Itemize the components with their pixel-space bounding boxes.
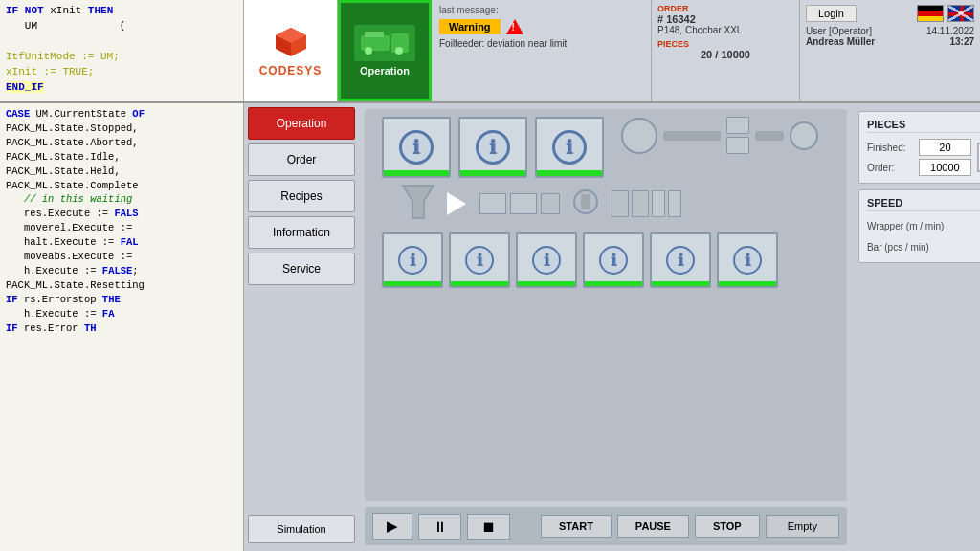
svg-point-5 bbox=[365, 47, 372, 55]
wrapper-label: Wrapper (m / min) bbox=[867, 221, 944, 231]
german-flag[interactable] bbox=[917, 5, 944, 22]
pieces-section-label: PIECES bbox=[657, 39, 793, 49]
nav-service[interactable]: Service bbox=[248, 253, 355, 285]
production-label: Operation bbox=[360, 65, 410, 77]
date-display: 14.11.2022 bbox=[926, 26, 974, 36]
codesys-label: CODESYS bbox=[259, 64, 323, 77]
order-section-label: ORDER bbox=[657, 4, 742, 13]
svg-rect-10 bbox=[581, 194, 590, 209]
empty-button[interactable]: Empty bbox=[766, 515, 839, 538]
module-box-6[interactable]: ℹ bbox=[516, 232, 577, 288]
play-button[interactable]: ▶ bbox=[372, 513, 412, 540]
center-panel: ℹ ℹ ℹ bbox=[359, 103, 853, 551]
pieces-value: 20 / 10000 bbox=[657, 49, 793, 60]
svg-rect-7 bbox=[365, 32, 384, 37]
finished-input[interactable] bbox=[919, 139, 971, 156]
nav-order[interactable]: Order bbox=[248, 143, 355, 176]
controls-bar: ▶ ⏸ ⏹ START PAUSE STOP Empty bbox=[365, 507, 847, 545]
nav-recipes[interactable]: Recipes bbox=[248, 180, 355, 212]
stop-label-button[interactable]: STOP bbox=[695, 515, 760, 538]
machine-visualization: ℹ ℹ ℹ bbox=[365, 109, 847, 501]
codesys-logo: CODESYS bbox=[244, 0, 338, 101]
order-count-label: Order: bbox=[867, 163, 894, 173]
module-box-5[interactable]: ℹ bbox=[449, 232, 510, 288]
code-panel-bottom: CASE UM.CurrentState OF PACK_ML.State.St… bbox=[0, 103, 244, 551]
nav-operation[interactable]: Operation bbox=[248, 107, 355, 140]
module-box-8[interactable]: ℹ bbox=[650, 232, 711, 288]
pause-label-button[interactable]: PAUSE bbox=[617, 515, 689, 538]
pieces-card-title: PIECES bbox=[867, 119, 980, 133]
bar-label: Bar (pcs / min) bbox=[867, 242, 929, 253]
warning-badge: Warning bbox=[439, 19, 501, 34]
module-box-9[interactable]: ℹ bbox=[717, 232, 778, 288]
module-box-4[interactable]: ℹ bbox=[382, 232, 443, 288]
order-info: ORDER # 16342 P148, Chocbar XXL PIECES 2… bbox=[652, 0, 800, 101]
module-box-2[interactable]: ℹ bbox=[458, 117, 527, 178]
stop-button[interactable]: ⏹ bbox=[467, 514, 510, 540]
svg-rect-3 bbox=[361, 35, 390, 51]
right-panel: Login User [Operator] Andreas Mü bbox=[800, 0, 980, 101]
svg-marker-8 bbox=[403, 186, 434, 218]
pieces-card: PIECES Finished: Order: 0 % bbox=[858, 111, 980, 184]
left-nav: Operation Order Recipes Information Serv… bbox=[244, 103, 359, 551]
production-button[interactable]: Operation bbox=[338, 0, 432, 101]
speed-card-title: SPEED bbox=[867, 197, 980, 211]
module-box-7[interactable]: ℹ bbox=[583, 232, 644, 288]
module-box-3[interactable]: ℹ bbox=[535, 117, 604, 178]
start-label-button[interactable]: START bbox=[541, 515, 612, 538]
user-role: User [Operator] bbox=[806, 26, 875, 36]
uk-flag[interactable] bbox=[947, 5, 974, 22]
svg-point-6 bbox=[395, 47, 403, 55]
warning-icon: ! bbox=[506, 19, 523, 34]
nav-information[interactable]: Information bbox=[248, 216, 355, 249]
code-panel-top: IF NOT xInit THEN UM ( ItfUnitMode := UM… bbox=[0, 0, 244, 101]
foil-feeder-message: Foilfeeder: deviation near limit bbox=[439, 38, 643, 49]
order-number: # 16342 bbox=[657, 13, 742, 25]
login-button[interactable]: Login bbox=[806, 5, 857, 22]
module-box-1[interactable]: ℹ bbox=[382, 117, 451, 178]
last-message-label: last message: bbox=[439, 5, 643, 15]
time-display: 13:27 bbox=[926, 36, 974, 47]
order-input[interactable] bbox=[919, 159, 971, 176]
pause-button[interactable]: ⏸ bbox=[418, 514, 461, 540]
nav-simulation[interactable]: Simulation bbox=[248, 515, 355, 543]
finished-label: Finished: bbox=[867, 143, 906, 153]
order-product: P148, Chocbar XXL bbox=[657, 25, 742, 35]
speed-card: SPEED Wrapper (m / min) Bar (pcs / min) bbox=[858, 189, 980, 263]
message-area: last message: Warning ! Foilfeeder: devi… bbox=[432, 0, 652, 101]
right-stats-panel: PIECES Finished: Order: 0 % bbox=[853, 103, 980, 551]
user-name: Andreas Müller bbox=[806, 36, 875, 47]
